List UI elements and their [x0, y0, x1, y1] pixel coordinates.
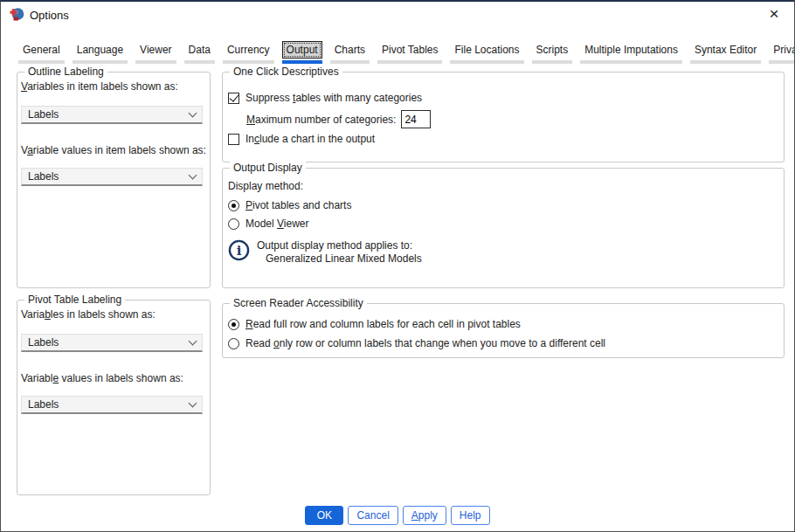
info-line2: Generalized Linear Mixed Models: [257, 252, 422, 265]
model-viewer-radio[interactable]: [228, 218, 239, 230]
chevron-down-icon: [189, 398, 197, 407]
tab-scripts[interactable]: Scripts: [532, 41, 573, 64]
ok-button[interactable]: OK: [305, 506, 343, 525]
pivot-values-label: Variable values in labels shown as:: [21, 372, 183, 384]
info-line1: Output display method applies to:: [257, 239, 412, 252]
group-output-display: Output Display Display method: Pivot tab…: [222, 168, 785, 288]
tab-multiple-imputations[interactable]: Multiple Imputations: [580, 41, 682, 64]
group-outline-labeling: Outline Labeling Variables in item label…: [17, 72, 211, 288]
read-full-labels-radio[interactable]: [228, 319, 239, 330]
tab-syntax-editor[interactable]: Syntax Editor: [690, 41, 761, 64]
svg-text:i: i: [237, 243, 242, 259]
outline-values-label: Variable values in item labels shown as:: [21, 144, 206, 156]
apply-button[interactable]: Apply: [403, 506, 446, 525]
group-title: One Click Descriptives: [230, 66, 342, 78]
chevron-down-icon: [189, 170, 197, 179]
model-viewer-row: Model Viewer: [228, 218, 309, 230]
info-icon: i: [228, 239, 250, 264]
tab-privacy[interactable]: Privacy: [769, 41, 795, 64]
close-icon[interactable]: ×: [761, 3, 787, 25]
group-pivot-table-labeling: Pivot Table Labeling Variables in labels…: [17, 300, 211, 495]
group-one-click-descriptives: One Click Descriptives Suppress tables w…: [222, 72, 785, 162]
pivot-variables-select[interactable]: Labels: [21, 334, 203, 352]
pivot-tables-charts-row: Pivot tables and charts: [228, 199, 351, 211]
tab-file-locations[interactable]: File Locations: [450, 41, 523, 64]
group-title: Output Display: [230, 162, 306, 174]
output-method-info: i Output display method applies to: Gene…: [228, 239, 422, 266]
titlebar: Options ×: [1, 2, 794, 28]
suppress-tables-label: Suppress tables with many categories: [245, 92, 422, 104]
display-method-label: Display method:: [228, 180, 303, 192]
model-viewer-label: Model Viewer: [245, 218, 309, 230]
include-chart-label: Include a chart in the output: [245, 133, 375, 145]
tab-general[interactable]: General: [18, 41, 65, 64]
group-screen-reader-accessibility: Screen Reader Accessibility Read full ro…: [222, 303, 785, 358]
chevron-down-icon: [189, 108, 197, 117]
suppress-tables-checkbox[interactable]: [228, 93, 239, 104]
help-button[interactable]: Help: [451, 506, 490, 525]
dialog-button-bar: OK Cancel Apply Help: [1, 506, 794, 525]
max-categories-row: Maximum number of categories:: [246, 110, 431, 128]
tab-strip: General Language Viewer Data Currency Ou…: [18, 41, 795, 64]
read-full-labels-row: Read full row and column labels for each…: [228, 318, 521, 330]
tab-pivot-tables[interactable]: Pivot Tables: [377, 41, 442, 64]
cancel-button[interactable]: Cancel: [348, 506, 398, 525]
pivot-tables-charts-label: Pivot tables and charts: [245, 199, 351, 211]
group-title: Outline Labeling: [24, 66, 107, 78]
pivot-variables-label: Variables in labels shown as:: [21, 308, 156, 321]
group-title: Screen Reader Accessibility: [230, 297, 367, 309]
max-categories-label: Maximum number of categories:: [246, 114, 396, 126]
pivot-values-select[interactable]: Labels: [21, 396, 203, 414]
tab-viewer[interactable]: Viewer: [135, 41, 176, 64]
include-chart-checkbox[interactable]: [228, 134, 239, 145]
suppress-tables-row: Suppress tables with many categories: [228, 92, 422, 104]
read-only-changed-labels-label: Read only row or column labels that chan…: [245, 337, 605, 349]
outline-values-select[interactable]: Labels: [21, 168, 203, 186]
group-title: Pivot Table Labeling: [24, 294, 125, 306]
chevron-down-icon: [189, 336, 197, 345]
outline-variables-select[interactable]: Labels: [21, 106, 203, 124]
outline-variables-label: Variables in item labels shown as:: [21, 80, 178, 93]
app-icon: [10, 7, 24, 22]
tab-data[interactable]: Data: [184, 41, 215, 64]
tab-language[interactable]: Language: [73, 41, 128, 64]
read-only-changed-labels-row: Read only row or column labels that chan…: [228, 337, 605, 349]
read-full-labels-label: Read full row and column labels for each…: [245, 318, 521, 330]
include-chart-row: Include a chart in the output: [228, 133, 375, 145]
pivot-tables-charts-radio[interactable]: [228, 200, 239, 211]
tab-output[interactable]: Output: [282, 41, 322, 64]
max-categories-input[interactable]: [401, 110, 431, 128]
tab-currency[interactable]: Currency: [223, 41, 274, 64]
window-title: Options: [30, 9, 69, 22]
read-only-changed-labels-radio[interactable]: [228, 338, 239, 349]
tab-charts[interactable]: Charts: [330, 41, 370, 64]
